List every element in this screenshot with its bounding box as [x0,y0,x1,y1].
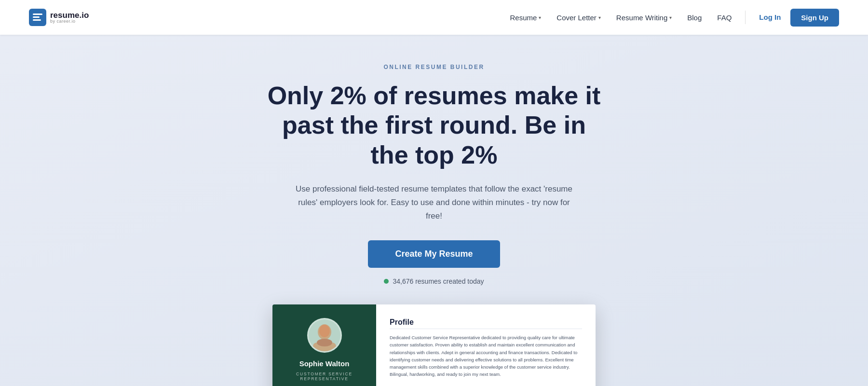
svg-rect-2 [33,16,40,18]
hero-title: Only 2% of resumes make it past the firs… [260,81,608,170]
hero-tag: ONLINE RESUME BUILDER [383,64,484,70]
avatar-person-icon [312,322,337,351]
chevron-down-icon: ▾ [669,15,672,20]
resume-profile-text: Dedicated Customer Service Representativ… [390,334,582,378]
logo-sub-text: by career.io [50,19,89,24]
login-button[interactable]: Log In [753,10,787,24]
svg-rect-1 [33,14,42,15]
svg-point-7 [317,339,332,346]
chevron-down-icon: ▾ [598,15,601,20]
resume-right-panel: Profile Dedicated Customer Service Repre… [376,304,596,386]
resume-job-title: CUSTOMER SERVICEREPRESENTATIVE [296,372,353,381]
nav-links: Resume ▾ Cover Letter ▾ Resume Writing ▾… [504,9,839,27]
hero-stat: 34,676 resumes created today [384,277,484,285]
create-resume-button[interactable]: Create My Resume [368,240,500,268]
logo-icon [29,9,46,26]
nav-item-cover-letter[interactable]: Cover Letter ▾ [551,11,607,25]
hero-section: ONLINE RESUME BUILDER Only 2% of resumes… [0,35,868,386]
svg-point-5 [319,325,330,337]
stat-text: 34,676 resumes created today [393,277,484,285]
resume-left-panel: Sophie Walton CUSTOMER SERVICEREPRESENTA… [272,304,376,386]
nav-divider [745,11,746,24]
avatar [307,318,342,353]
resume-preview: Sophie Walton CUSTOMER SERVICEREPRESENTA… [265,304,603,386]
nav-item-resume[interactable]: Resume ▾ [504,11,547,25]
svg-rect-3 [33,19,41,21]
chevron-down-icon: ▾ [539,15,541,20]
stat-dot-icon [384,279,389,284]
resume-profile-title: Profile [390,318,582,329]
resume-card: Sophie Walton CUSTOMER SERVICEREPRESENTA… [272,304,596,386]
logo-main-text: resume.io [50,11,89,19]
signup-button[interactable]: Sign Up [790,9,839,27]
navbar: resume.io by career.io Resume ▾ Cover Le… [0,0,868,35]
hero-subtitle: Use professional field-tested resume tem… [294,182,574,223]
logo[interactable]: resume.io by career.io [29,9,89,26]
nav-item-resume-writing[interactable]: Resume Writing ▾ [610,11,678,25]
logo-text: resume.io by career.io [50,11,89,24]
nav-item-faq[interactable]: FAQ [711,11,737,25]
resume-name: Sophie Walton [299,359,350,368]
nav-item-blog[interactable]: Blog [681,11,707,25]
